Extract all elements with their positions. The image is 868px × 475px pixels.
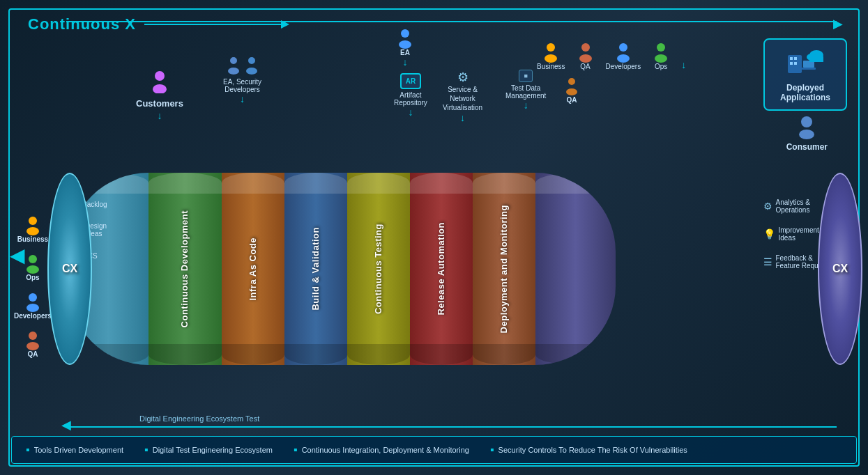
svg-point-28: [801, 116, 812, 127]
svg-point-35: [26, 304, 39, 312]
analytics-icon: ⚙: [763, 201, 772, 212]
cont-dev-label: Continuous Development: [179, 210, 191, 327]
svg-point-2: [230, 57, 237, 64]
svg-point-3: [228, 68, 239, 75]
svg-point-12: [581, 43, 590, 52]
improvement-icon: 💡: [763, 228, 775, 240]
svg-point-1: [153, 84, 167, 93]
continuous-x-label: Continuous X: [28, 15, 284, 33]
service-net-down-arrow: ↓: [460, 112, 465, 123]
test-data-label: Test DataManagement: [505, 84, 546, 100]
ar-label: ArtifactRepository: [394, 91, 427, 107]
ar-group: AR ArtifactRepository ↓: [394, 73, 427, 118]
left-ops-group: Ops: [14, 254, 52, 281]
footer-item-2-text: Digital Test Engineering Ecosystem: [153, 446, 273, 454]
ea-sec-down-arrow: ↓: [240, 93, 245, 104]
bottom-arrow-left-icon: ◀: [61, 417, 71, 433]
customers-label: Customers: [136, 98, 183, 109]
ops-top-label: Ops: [655, 63, 667, 70]
svg-rect-21: [790, 62, 793, 65]
svg-point-15: [617, 54, 630, 63]
qa-top-group: QA: [565, 77, 579, 104]
ea-top-label: EA: [400, 49, 410, 56]
left-business-group: Business: [14, 216, 52, 243]
analytics-label: Analytics &Operations: [776, 198, 810, 214]
build-validation-segment: Build & Validation: [284, 173, 347, 365]
svg-point-36: [29, 332, 37, 340]
footer-bullet-3: ▪: [294, 444, 298, 456]
ea-sec-icons-row: [227, 56, 259, 75]
infra-label: Infra As Code: [248, 238, 259, 301]
ea-down-arrow: ↓: [403, 56, 408, 68]
pipeline-inner: Continuous Development Infra As Code Bui…: [68, 173, 833, 365]
left-devs-label: Developers: [14, 312, 52, 320]
customers-icon: [151, 70, 169, 98]
svg-point-10: [547, 43, 555, 52]
footer-item-3: ▪ Continuous Integration, Deployment & M…: [294, 444, 469, 456]
deploy-label: Deployment and Monitoring: [498, 205, 510, 333]
svg-point-4: [248, 57, 255, 64]
biz-qa-devs-down-arrow: ↓: [681, 59, 686, 70]
ea-top-group: EA ↓: [397, 28, 413, 68]
cx-right-cap-label: CX: [832, 263, 848, 275]
svg-rect-22: [794, 62, 797, 65]
svg-point-37: [26, 342, 39, 350]
feedback-icon: ☰: [763, 256, 772, 267]
left-ops-label: Ops: [26, 274, 39, 281]
continuous-testing-segment: Continuous Testing: [347, 173, 410, 365]
left-qa-label: QA: [27, 350, 38, 358]
customers-group: Customers ↓: [136, 70, 183, 121]
consumer-group: Consumer: [786, 115, 828, 152]
footer-item-1-text: Tools Driven Development: [34, 446, 123, 454]
left-business-label: Business: [17, 235, 48, 243]
svg-rect-24: [802, 68, 816, 70]
svg-point-33: [26, 265, 39, 274]
qa-top-label: QA: [567, 96, 577, 104]
continuous-development-segment: Continuous Development: [149, 173, 222, 365]
cx-left-cap-label: CX: [62, 263, 77, 275]
service-network-group: ⚙ Service &NetworkVirtualisation ↓: [443, 70, 482, 123]
ar-box: AR: [400, 73, 421, 89]
build-label: Build & Validation: [310, 227, 322, 311]
svg-point-34: [29, 293, 37, 302]
improvement-label: ImprovementIdeas: [779, 226, 819, 242]
svg-rect-20: [794, 57, 797, 60]
analytics-item: ⚙ Analytics &Operations: [763, 198, 828, 214]
test-data-group: ■ Test DataManagement ↓: [505, 70, 546, 111]
svg-rect-19: [790, 57, 793, 60]
svg-point-17: [655, 54, 667, 63]
ecosystem-test-label: Digital Engineering Ecosystem Test: [139, 414, 259, 423]
ops-top-group: Ops: [653, 42, 669, 70]
svg-point-16: [657, 43, 665, 52]
ea-sec-dev-group: EA, Security Developers ↓: [223, 56, 261, 104]
footer-bullet-4: ▪: [490, 444, 494, 456]
svg-point-32: [29, 255, 37, 263]
deployed-apps-box: Deployed Applications: [763, 38, 847, 111]
footer-item-1: ▪ Tools Driven Development: [26, 444, 123, 456]
svg-point-5: [246, 68, 257, 75]
left-people-group: Business Ops Developers QA: [14, 216, 52, 358]
service-net-icon: ⚙: [457, 70, 469, 85]
footer-bullet-2: ▪: [144, 444, 149, 456]
svg-point-6: [401, 29, 409, 38]
footer-bar: ▪ Tools Driven Development ▪ Digital Tes…: [11, 436, 857, 464]
svg-point-14: [619, 43, 627, 52]
cont-test-label: Continuous Testing: [373, 224, 385, 314]
svg-point-11: [545, 54, 557, 63]
svg-point-31: [26, 227, 39, 235]
footer-item-4-text: Security Controls To Reduce The Risk Of …: [498, 446, 687, 454]
qa-top2-label: QA: [580, 63, 590, 70]
cx-right-cap: CX: [818, 173, 862, 365]
release-label: Release Automation: [436, 222, 448, 316]
test-data-down-arrow: ↓: [524, 100, 528, 111]
developers-top-group: Developers: [606, 42, 641, 70]
deployed-apps-label: Deployed Applications: [775, 83, 836, 102]
improvement-item: 💡 ImprovementIdeas: [763, 226, 828, 242]
svg-point-13: [579, 54, 592, 63]
service-net-label: Service &NetworkVirtualisation: [443, 85, 482, 112]
developers-top-label: Developers: [606, 63, 641, 70]
svg-point-29: [799, 130, 814, 139]
bottom-flow-bar: [66, 426, 837, 428]
top-arrow-right-icon: ▶: [833, 16, 843, 31]
cx-left-cap: CX: [47, 173, 92, 365]
